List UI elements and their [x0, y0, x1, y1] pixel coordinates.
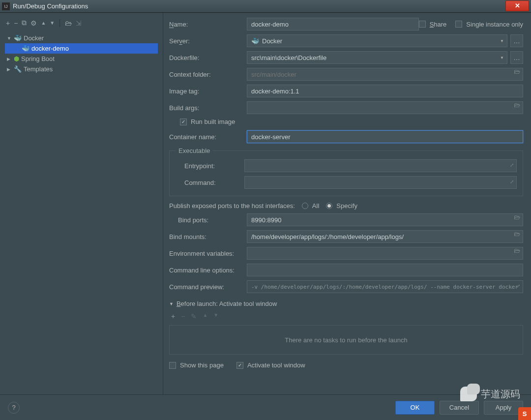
name-input[interactable] — [247, 18, 419, 30]
before-launch-toolbar: + − ✎ ▲ ▼ — [169, 312, 523, 325]
add-icon[interactable]: + — [171, 312, 175, 320]
container-name-label: Container name: — [169, 133, 247, 141]
command-input[interactable] — [244, 176, 517, 189]
before-launch-tasks: There are no tasks to run before the lau… — [169, 325, 523, 355]
show-this-page-label: Show this page — [180, 361, 224, 369]
chevron-down-icon: ▼ — [497, 39, 507, 43]
share-checkbox[interactable] — [419, 21, 426, 28]
executable-group: Executable Entrypoint: ⤢ Command: ⤢ — [169, 147, 523, 196]
env-vars-input[interactable] — [247, 247, 523, 260]
server-dropdown[interactable]: 🐳Docker ▼ — [247, 34, 507, 47]
container-name-input[interactable] — [247, 130, 523, 143]
entrypoint-input[interactable] — [244, 159, 517, 172]
image-tag-input[interactable] — [247, 85, 523, 97]
bind-ports-input[interactable] — [247, 213, 523, 226]
content-pane: Name: Share Single instance only Server:… — [163, 13, 531, 394]
ok-button[interactable]: OK — [395, 401, 435, 415]
spring-icon: ⬢ — [14, 55, 19, 62]
publish-specify-radio[interactable]: Specify — [326, 202, 357, 210]
executable-legend: Executable — [176, 147, 213, 154]
tree-item-docker-demo[interactable]: 🐳 docker-demo — [5, 43, 158, 54]
share-label: Share — [430, 21, 447, 28]
add-icon[interactable]: + — [6, 19, 10, 27]
corner-badge: S — [518, 407, 531, 420]
apply-button[interactable]: Apply — [484, 401, 523, 415]
show-this-page-checkbox[interactable] — [169, 362, 176, 369]
build-args-input[interactable] — [247, 101, 523, 114]
expand-icon[interactable]: ⤢ — [516, 283, 520, 289]
dockerfile-dropdown[interactable]: src\main\docker\Dockerfile ▼ — [247, 51, 507, 64]
image-tag-label: Image tag: — [169, 88, 247, 95]
single-instance-label: Single instance only — [466, 21, 523, 28]
bind-ports-label: Bind ports: — [169, 216, 247, 224]
docker-icon: 🐳 — [251, 37, 259, 45]
run-built-image-label: Run built image — [191, 118, 235, 125]
cmdline-options-label: Command line options: — [169, 267, 247, 274]
command-preview — [247, 280, 523, 293]
context-input[interactable] — [247, 68, 523, 81]
folder-icon[interactable]: 🗁 — [514, 247, 520, 254]
chevron-down-icon: ▼ — [169, 301, 174, 306]
dockerfile-more-button[interactable]: … — [510, 51, 523, 64]
remove-icon[interactable]: − — [181, 312, 185, 320]
docker-icon: 🐳 — [22, 45, 30, 52]
tree-label: Templates — [24, 65, 53, 73]
command-preview-label: Command preview: — [169, 283, 247, 291]
cancel-button[interactable]: Cancel — [440, 401, 479, 415]
collapse-icon[interactable]: ⇲ — [76, 19, 82, 27]
separator — [59, 19, 60, 27]
up-icon[interactable]: ▲ — [41, 20, 46, 26]
expand-icon[interactable]: ⤢ — [510, 179, 514, 184]
edit-icon[interactable]: ✎ — [191, 312, 197, 320]
publish-label: Publish exposed ports to the host interf… — [169, 202, 295, 210]
expand-icon[interactable]: ⤢ — [510, 162, 514, 168]
folder-icon[interactable]: 🗁 — [65, 19, 72, 27]
tree-item-spring-boot[interactable]: ▶ ⬢ Spring Boot — [5, 54, 158, 64]
context-label: Context folder: — [169, 71, 247, 78]
tree-label: docker-demo — [31, 45, 69, 52]
tree-item-templates[interactable]: ▶ 🔧 Templates — [5, 64, 158, 74]
tree-label: Docker — [24, 34, 44, 42]
chevron-down-icon: ▼ — [497, 56, 507, 60]
cmdline-options-input[interactable] — [247, 264, 523, 276]
build-args-label: Build args: — [169, 104, 247, 112]
bind-mounts-input[interactable] — [247, 230, 523, 243]
wrench-icon: 🔧 — [14, 65, 22, 73]
dockerfile-label: Dockerfile: — [169, 54, 247, 61]
tree-label: Spring Boot — [21, 55, 55, 62]
expand-icon[interactable]: ▶ — [7, 67, 12, 72]
docker-icon: 🐳 — [14, 34, 22, 42]
run-built-image-checkbox[interactable] — [180, 119, 187, 125]
folder-icon[interactable]: 🗁 — [514, 101, 520, 109]
titlebar: IJ Run/Debug Configurations ✕ — [0, 0, 531, 13]
publish-all-radio[interactable]: All — [302, 202, 319, 210]
bind-mounts-label: Bind mounts: — [169, 233, 247, 240]
command-label: Command: — [176, 179, 244, 186]
down-icon[interactable]: ▼ — [213, 312, 218, 320]
folder-icon[interactable]: 🗁 — [514, 213, 520, 221]
sidebar-toolbar: + − ⧉ ⚙ ▲ ▼ 🗁 ⇲ — [2, 17, 161, 32]
settings-icon[interactable]: ⚙ — [30, 19, 37, 27]
copy-icon[interactable]: ⧉ — [22, 19, 27, 27]
tree-item-docker[interactable]: ▼ 🐳 Docker — [5, 33, 158, 43]
activate-tool-window-checkbox[interactable] — [236, 362, 243, 369]
server-more-button[interactable]: … — [510, 34, 523, 47]
env-vars-label: Environment variables: — [169, 250, 247, 257]
down-icon[interactable]: ▼ — [50, 20, 55, 26]
remove-icon[interactable]: − — [14, 19, 18, 27]
before-launch-header[interactable]: ▼ Before launch: Activate tool window — [169, 300, 523, 307]
expand-icon[interactable]: ▶ — [7, 57, 12, 61]
close-button[interactable]: ✕ — [505, 0, 529, 11]
help-button[interactable]: ? — [8, 402, 20, 414]
entrypoint-label: Entrypoint: — [176, 162, 244, 170]
activate-tool-window-label: Activate tool window — [247, 361, 305, 369]
expand-icon[interactable]: ▼ — [7, 36, 12, 41]
sidebar: + − ⧉ ⚙ ▲ ▼ 🗁 ⇲ ▼ 🐳 Docker 🐳 docker-demo… — [0, 13, 163, 394]
name-label: Name: — [169, 21, 247, 28]
up-icon[interactable]: ▲ — [203, 312, 207, 320]
single-instance-checkbox[interactable] — [455, 21, 462, 28]
config-tree: ▼ 🐳 Docker 🐳 docker-demo ▶ ⬢ Spring Boot… — [2, 32, 161, 75]
bottombar: ? OK Cancel Apply — [0, 394, 531, 420]
folder-icon[interactable]: 🗁 — [514, 230, 520, 238]
folder-icon[interactable]: 🗁 — [514, 68, 520, 75]
